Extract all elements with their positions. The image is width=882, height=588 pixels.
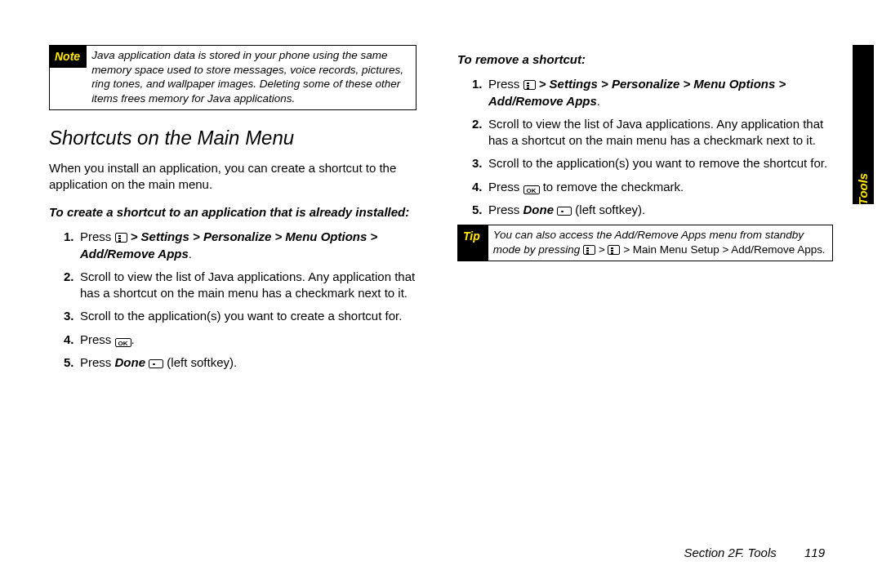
ok-icon: OK [115,338,131,347]
footer-page: 119 [804,546,825,559]
step-text: Press [488,180,523,194]
page-footer: Section 2F. Tools 119 [684,546,825,559]
list-item: 5. Press Done (left softkey). [472,202,833,218]
step-text: (left softkey). [163,355,237,369]
list-item: 1. Press > Settings > Personalize > Menu… [472,76,833,109]
page-content: Note Java application data is stored in … [49,45,853,559]
create-steps: 1. Press > Settings > Personalize > Menu… [49,229,416,371]
subheading-create: To create a shortcut to an application t… [49,204,416,220]
remove-steps: 1. Press > Settings > Personalize > Menu… [457,76,833,218]
step-text: Press [488,77,523,91]
section-tab: Tools [853,45,874,204]
list-item: 1. Press > Settings > Personalize > Menu… [64,229,416,262]
list-item: 2. Scroll to view the list of Java appli… [472,116,833,149]
note-box: Note Java application data is stored in … [49,45,416,110]
list-item: 3. Scroll to the application(s) you want… [64,308,416,324]
ok-icon: OK [523,185,540,194]
step-text: . [189,247,192,261]
softkey-icon [149,359,163,368]
menu-icon [608,245,620,255]
tip-text: > [620,243,632,256]
menu-icon [115,233,127,243]
section-tab-label: Tools [857,173,871,205]
tip-path: Main Menu Setup > Add/Remove Apps [633,243,822,256]
step-text: to remove the checkmark. [540,180,684,194]
step-text: Scroll to the application(s) you want to… [488,156,827,170]
step-text: (left softkey). [572,203,645,216]
softkey-icon [557,207,572,216]
tip-box: Tip You can also access the Add/Remove A… [457,225,833,261]
done-label: Done [523,203,555,216]
tip-text: . [822,243,826,256]
list-item: 5. Press Done (left softkey). [64,354,416,371]
subheading-remove: To remove a shortcut: [457,51,833,68]
list-item: 4. Press OK to remove the checkmark. [472,179,833,195]
step-text: Scroll to view the list of Java applicat… [80,270,415,300]
tip-text: > [595,243,608,256]
left-column: Note Java application data is stored in … [49,45,416,559]
section-heading: Shortcuts on the Main Menu [49,125,416,151]
intro-text: When you install an application, you can… [49,160,416,194]
step-text: Scroll to view the list of Java applicat… [488,117,823,147]
note-body: Java application data is stored in your … [87,46,416,109]
step-text: Press [80,229,115,243]
step-text: . [597,94,600,108]
menu-icon [583,245,595,255]
menu-icon [523,80,536,90]
tip-body: You can also access the Add/Remove Apps … [488,225,832,261]
right-column: To remove a shortcut: 1. Press > Setting… [457,45,833,559]
list-item: 2. Scroll to view the list of Java appli… [64,269,416,302]
tip-label: Tip [458,225,488,261]
step-text: . [131,332,135,346]
footer-section: Section 2F. Tools [684,546,776,559]
step-text: Press [488,203,523,216]
note-label: Note [50,46,87,68]
done-label: Done [115,355,146,369]
list-item: 3. Scroll to the application(s) you want… [472,155,833,172]
list-item: 4. Press OK. [64,332,416,348]
step-text: Press [80,355,115,369]
step-text: Scroll to the application(s) you want to… [80,309,402,323]
step-text: Press [80,332,115,346]
